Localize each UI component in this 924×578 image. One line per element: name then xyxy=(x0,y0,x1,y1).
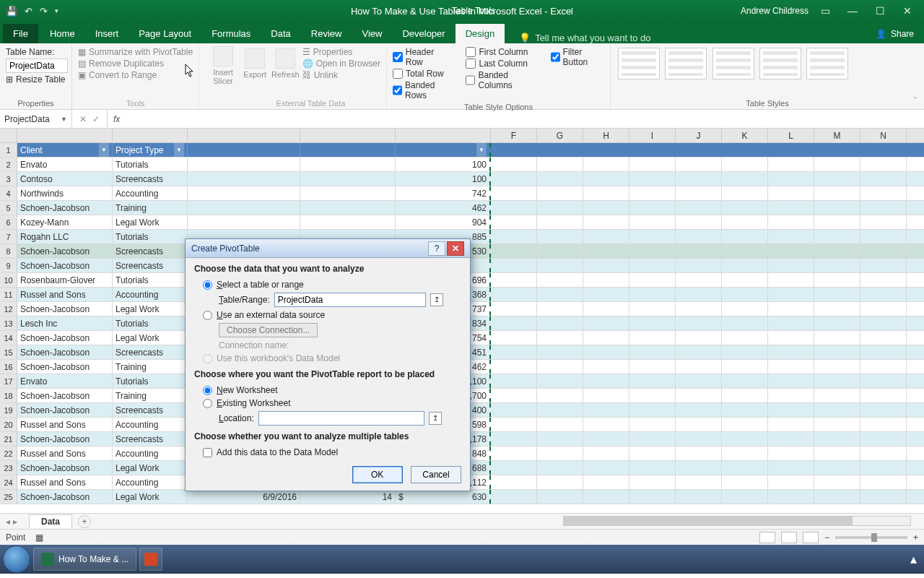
cell[interactable] xyxy=(860,432,907,446)
cell[interactable]: 14 xyxy=(300,490,396,504)
user-name[interactable]: Andrew Childress xyxy=(741,6,808,16)
cell[interactable] xyxy=(814,302,860,316)
cell[interactable]: Schoen-Jacobson xyxy=(17,259,113,272)
tab-formulas[interactable]: Formulas xyxy=(201,24,261,43)
location-input[interactable] xyxy=(258,411,424,426)
col-header[interactable]: G xyxy=(537,129,583,142)
close-icon[interactable]: ✕ xyxy=(897,5,918,17)
filter-dropdown-icon[interactable]: ▼ xyxy=(174,143,184,157)
row-header[interactable]: 11 xyxy=(0,288,17,301)
cell[interactable] xyxy=(629,230,676,243)
cell[interactable] xyxy=(491,490,537,504)
dialog-titlebar[interactable]: Create PivotTable ? ✕ xyxy=(186,239,470,258)
cell[interactable] xyxy=(860,490,907,504)
close-dialog-icon[interactable]: ✕ xyxy=(447,241,464,256)
cell[interactable] xyxy=(722,475,768,489)
cell[interactable] xyxy=(814,432,860,446)
cell[interactable] xyxy=(768,302,814,316)
row-header[interactable]: 2 xyxy=(0,158,17,171)
tablestyle-thumb[interactable] xyxy=(712,48,754,79)
cell[interactable] xyxy=(768,432,814,446)
cell[interactable]: Northwinds xyxy=(17,186,113,200)
cell[interactable] xyxy=(768,201,814,215)
cell[interactable] xyxy=(814,158,860,171)
table-styles-gallery[interactable] xyxy=(616,46,918,83)
cell[interactable] xyxy=(629,172,676,186)
cell[interactable]: Rosenbaum-Glover xyxy=(17,273,113,287)
cell[interactable] xyxy=(491,201,537,215)
cell[interactable] xyxy=(300,186,396,200)
cell[interactable] xyxy=(583,403,629,417)
col-header[interactable]: I xyxy=(629,129,676,142)
cell[interactable]: Schoen-Jacobson xyxy=(17,360,113,374)
cell[interactable] xyxy=(722,360,768,374)
col-header[interactable]: N xyxy=(860,129,907,142)
cell[interactable]: Russel and Sons xyxy=(17,447,113,460)
qat-customize-icon[interactable]: ▾ xyxy=(55,7,58,14)
help-icon[interactable]: ? xyxy=(428,241,445,256)
filterbtn-checkbox[interactable]: Filter Button xyxy=(551,46,604,68)
cell[interactable] xyxy=(814,186,860,200)
cell[interactable] xyxy=(814,316,860,330)
cell[interactable] xyxy=(676,403,722,417)
cancel-formula-icon[interactable]: ✕ xyxy=(79,114,87,124)
cell[interactable] xyxy=(814,475,860,489)
table-range-input[interactable] xyxy=(274,293,426,307)
cell[interactable] xyxy=(860,331,907,345)
cell[interactable] xyxy=(860,186,907,200)
cell[interactable] xyxy=(188,215,300,229)
cell[interactable] xyxy=(583,331,629,345)
sheet-nav[interactable]: ◂▸ xyxy=(0,517,23,527)
undo-icon[interactable]: ↶ xyxy=(25,6,32,17)
view-pagelayout-icon[interactable] xyxy=(781,532,797,543)
cell[interactable] xyxy=(491,244,537,258)
cell[interactable] xyxy=(537,316,583,330)
cell[interactable] xyxy=(676,172,722,186)
cell[interactable]: Envato xyxy=(17,158,113,171)
cell[interactable] xyxy=(814,215,860,229)
cell[interactable] xyxy=(629,360,676,374)
row-header[interactable]: 7 xyxy=(0,230,17,243)
cell[interactable] xyxy=(722,244,768,258)
table-hdr-project[interactable]: Project Type▼ xyxy=(113,143,188,157)
cell[interactable] xyxy=(860,447,907,460)
name-box[interactable]: ProjectData ▼ xyxy=(0,110,72,128)
cell[interactable] xyxy=(300,172,396,186)
row-header[interactable]: 21 xyxy=(0,432,17,446)
enter-formula-icon[interactable]: ✓ xyxy=(92,114,100,124)
cell[interactable] xyxy=(676,345,722,359)
tablestyle-thumb[interactable] xyxy=(618,48,660,79)
cell[interactable] xyxy=(768,244,814,258)
scroll-thumb[interactable] xyxy=(564,517,853,525)
cell[interactable] xyxy=(629,345,676,359)
unlink-button[interactable]: ⛓Unlink xyxy=(302,69,380,81)
cell[interactable] xyxy=(814,360,860,374)
cell[interactable] xyxy=(722,418,768,431)
table-hdr-d[interactable] xyxy=(300,143,396,157)
cell[interactable] xyxy=(537,461,583,475)
cell[interactable] xyxy=(583,490,629,504)
cell[interactable] xyxy=(722,259,768,272)
cell[interactable] xyxy=(537,186,583,200)
cell[interactable] xyxy=(629,447,676,460)
cell[interactable]: Schoen-Jacobson xyxy=(17,389,113,402)
cell[interactable] xyxy=(491,331,537,345)
cell[interactable] xyxy=(491,230,537,243)
cell[interactable]: Schoen-Jacobson xyxy=(17,461,113,475)
cell[interactable]: Screencasts xyxy=(113,172,188,186)
cell[interactable] xyxy=(768,172,814,186)
totalrow-checkbox[interactable]: Total Row xyxy=(393,68,453,79)
row-header[interactable]: 1 xyxy=(0,143,17,157)
cell[interactable] xyxy=(860,345,907,359)
cell[interactable] xyxy=(491,475,537,489)
cell[interactable] xyxy=(491,172,537,186)
cell[interactable] xyxy=(583,418,629,431)
cell[interactable] xyxy=(860,389,907,402)
cell[interactable] xyxy=(676,316,722,330)
cell[interactable]: Legal Work xyxy=(113,215,188,229)
cell[interactable]: $630 xyxy=(396,490,491,504)
cell[interactable]: Russel and Sons xyxy=(17,475,113,489)
col-header-a[interactable] xyxy=(17,129,113,142)
cell[interactable]: Schoen-Jacobson xyxy=(17,345,113,359)
namebox-dropdown-icon[interactable]: ▼ xyxy=(61,116,67,123)
